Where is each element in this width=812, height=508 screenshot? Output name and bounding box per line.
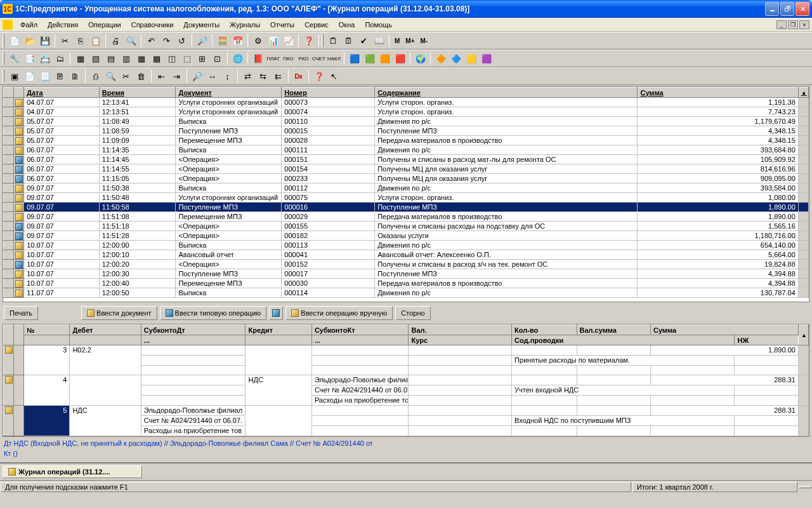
col2-icon[interactable] bbox=[14, 325, 24, 345]
menu-actions[interactable]: Действия bbox=[43, 20, 83, 30]
paste-icon[interactable]: 📋 bbox=[88, 34, 103, 48]
table-row[interactable]: 10.07.0712:00:10Авансовый отчет000041Ава… bbox=[4, 250, 809, 260]
tb2-icon[interactable]: ▩ bbox=[149, 51, 164, 65]
scroll-up-icon[interactable]: ▲ bbox=[798, 88, 808, 98]
tb3-dk-icon[interactable]: Dк bbox=[291, 69, 306, 83]
module-a-icon[interactable]: 🗒 bbox=[326, 34, 341, 48]
tb3-icon[interactable]: ⇄ bbox=[240, 69, 255, 83]
col2-sdt2[interactable]: ... bbox=[141, 335, 246, 345]
tool-c-icon[interactable]: 📈 bbox=[281, 34, 296, 48]
memory-m[interactable]: М bbox=[392, 37, 402, 44]
table-row[interactable]: 09.07.0711:50:58Поступление МПЗ000016Пос… bbox=[4, 203, 809, 212]
tb2-txt-icon[interactable]: СЧЕТ bbox=[311, 51, 326, 65]
tb3-icon[interactable]: ⇥ bbox=[169, 69, 184, 83]
tb3-icon[interactable]: ✂ bbox=[119, 69, 133, 83]
tb2-icon[interactable]: ⬚ bbox=[180, 51, 194, 65]
posting-row[interactable]: 5НДСЭльдорадо-Поволжье филиал288.31 bbox=[4, 406, 809, 416]
tb3-icon[interactable]: ▣ bbox=[7, 69, 22, 83]
tb2-icon[interactable]: 🔧 bbox=[7, 51, 22, 65]
menu-help[interactable]: Помощь bbox=[360, 20, 397, 30]
tb3-icon[interactable]: 🔎 bbox=[190, 69, 204, 83]
minimize-button[interactable]: 🗕 bbox=[765, 2, 779, 16]
repeat-icon[interactable]: ↺ bbox=[174, 34, 189, 48]
menu-reports[interactable]: Отчеты bbox=[265, 20, 299, 30]
table-row[interactable]: 09.07.0711:50:38Выписка000112Движения по… bbox=[4, 184, 809, 193]
undo-icon[interactable]: ↶ bbox=[144, 34, 159, 48]
calc-icon[interactable]: 🧮 bbox=[215, 34, 230, 48]
posting-row[interactable]: 4НДСЭльдорадо-Поволжье филиал288.31 bbox=[4, 375, 809, 385]
scroll-up-icon[interactable]: ▲ bbox=[798, 325, 808, 345]
tb2-txt-icon[interactable]: ПКО bbox=[281, 51, 296, 65]
col2-valsum[interactable]: Вал.сумма bbox=[577, 325, 650, 335]
tb2-icon[interactable]: 🟧 bbox=[377, 51, 392, 65]
tb3-icon[interactable]: 🗑 bbox=[134, 69, 148, 83]
new-doc-button[interactable]: Ввести документ bbox=[81, 306, 157, 320]
table-row[interactable]: 06.07.0711:14:35Выписка000111Движения по… bbox=[4, 145, 809, 155]
tb2-icon[interactable]: 📇 bbox=[37, 51, 52, 65]
table-row[interactable]: 06.07.0711:15:05<Операция>000233Получены… bbox=[4, 174, 809, 184]
table-row[interactable]: 05.07.0711:09:09Перемещение МПЗ000028Пер… bbox=[4, 136, 809, 145]
table-row[interactable]: 10.07.0712:00:30Поступление МПЗ000017Пос… bbox=[4, 269, 809, 279]
new-icon[interactable]: 📄 bbox=[7, 34, 22, 48]
copy-icon[interactable]: ⎘ bbox=[73, 34, 88, 48]
find-icon[interactable]: 🔎 bbox=[195, 34, 209, 48]
table-row[interactable]: 09.07.0711:51:08Перемещение МПЗ000029Пер… bbox=[4, 212, 809, 222]
cut-icon[interactable]: ✂ bbox=[58, 34, 72, 48]
table-row[interactable]: 06.07.0711:14:55<Операция>000154Получены… bbox=[4, 164, 809, 174]
tb2-txt-icon[interactable]: ПЛАТ bbox=[266, 51, 280, 65]
col2-nzh[interactable]: НЖ bbox=[735, 335, 798, 345]
mdi-close[interactable]: × bbox=[799, 20, 809, 29]
table-row[interactable]: 09.07.0711:51:28<Операция>000182Оказаны … bbox=[4, 231, 809, 241]
tb2-icon[interactable]: 📑 bbox=[22, 51, 37, 65]
menu-windows[interactable]: Окна bbox=[334, 20, 360, 30]
menu-operations[interactable]: Операции bbox=[83, 20, 126, 30]
tb3-icon[interactable]: 🖹 bbox=[53, 69, 67, 83]
table-row[interactable]: 06.07.0711:14:45<Операция>000151Получены… bbox=[4, 155, 809, 164]
tb3-icon[interactable]: ↔ bbox=[205, 69, 219, 83]
tb2-icon[interactable]: 🟥 bbox=[393, 51, 407, 65]
module-c-icon[interactable]: ✔ bbox=[357, 34, 371, 48]
memory-mplus[interactable]: М+ bbox=[403, 37, 417, 44]
tb3-icon[interactable]: ⇇ bbox=[271, 69, 285, 83]
close-button[interactable]: ✕ bbox=[796, 2, 809, 16]
tb2-icon[interactable]: ▦ bbox=[73, 51, 88, 65]
col-date[interactable]: Дата bbox=[24, 88, 100, 98]
menu-journals[interactable]: Журналы bbox=[225, 20, 265, 30]
table-row[interactable]: 05.07.0711:08:49Выписка000110Движения по… bbox=[4, 117, 809, 126]
help-icon[interactable]: ❓ bbox=[301, 34, 316, 48]
postings-grid[interactable]: № Дебет СубконтоДт Кредит СубконтоКт Вал… bbox=[3, 324, 809, 437]
col-icon[interactable] bbox=[14, 88, 24, 98]
tb2-icon[interactable]: 🟩 bbox=[362, 51, 377, 65]
tb3-icon[interactable]: ↖ bbox=[327, 69, 341, 83]
tb2-icon[interactable]: ◫ bbox=[164, 51, 179, 65]
posting-row[interactable]: 3Н02.21,890.00 bbox=[4, 345, 809, 356]
new-typical-button[interactable]: Ввести типовую операцию bbox=[160, 306, 267, 320]
tb2-icon[interactable]: 🗂 bbox=[53, 51, 67, 65]
tb2-icon[interactable]: 📕 bbox=[251, 51, 265, 65]
table-row[interactable]: 11.07.0712:00:50Выписка000114Движения по… bbox=[4, 288, 809, 298]
window-tab[interactable]: Журнал операций (31.12.... bbox=[3, 465, 142, 478]
tb3-icon[interactable]: ⎙ bbox=[88, 69, 103, 83]
col2-sum[interactable]: Сумма bbox=[650, 325, 798, 335]
tb2-icon[interactable]: ▧ bbox=[88, 51, 103, 65]
redo-icon[interactable]: ↷ bbox=[159, 34, 174, 48]
tb3-icon[interactable]: ❓ bbox=[311, 69, 326, 83]
tb2-icon[interactable]: 🌍 bbox=[413, 51, 428, 65]
tb2-icon[interactable]: ⊡ bbox=[210, 51, 225, 65]
tb2-icon[interactable]: 🟦 bbox=[347, 51, 362, 65]
save-icon[interactable]: 💾 bbox=[37, 34, 52, 48]
menu-file[interactable]: Файл bbox=[15, 20, 43, 30]
col2-skt[interactable]: СубконтоКт bbox=[311, 325, 409, 335]
table-row[interactable]: 04.07.0712:13:51Услуги сторонних организ… bbox=[4, 107, 809, 117]
tb2-txt-icon[interactable]: РКО bbox=[296, 51, 311, 65]
col2-marker[interactable] bbox=[4, 325, 14, 345]
tb2-txt-icon[interactable]: НАКЛ bbox=[327, 51, 341, 65]
tb2-icon[interactable]: ▤ bbox=[103, 51, 118, 65]
icon-button[interactable] bbox=[269, 306, 283, 320]
table-row[interactable]: 10.07.0712:00:40Перемещение МПЗ000030Пер… bbox=[4, 279, 809, 288]
memory-mminus[interactable]: М- bbox=[418, 37, 431, 44]
table-row[interactable]: 09.07.0711:51:18<Операция>000155Получены… bbox=[4, 222, 809, 231]
col2-sdt[interactable]: СубконтоДт bbox=[141, 325, 246, 335]
col-num[interactable]: Номер bbox=[282, 88, 375, 98]
tb3-icon[interactable]: ⇤ bbox=[154, 69, 169, 83]
